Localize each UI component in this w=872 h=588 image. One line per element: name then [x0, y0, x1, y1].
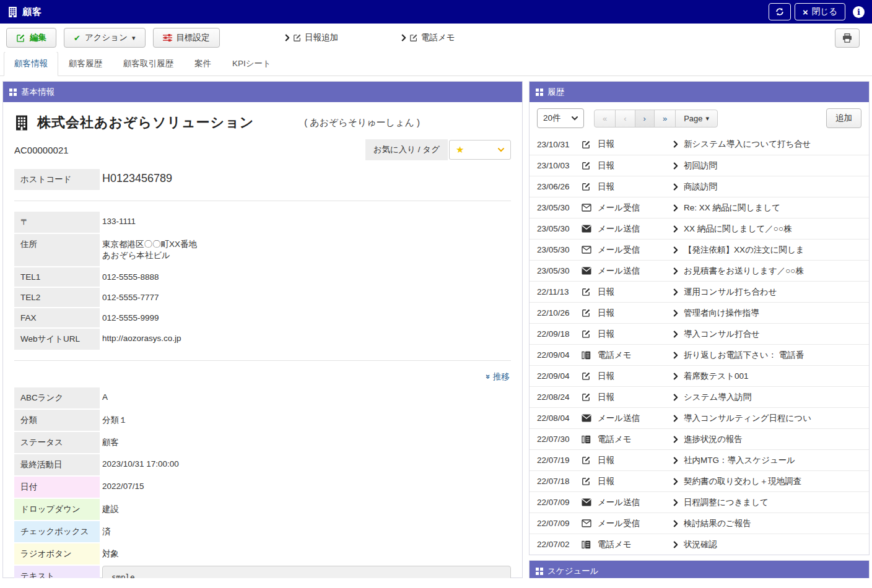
- history-item[interactable]: 23/05/30 メール受信 【発注依頼】XXの注文に関しま: [530, 239, 869, 260]
- field-value: 済: [100, 521, 511, 542]
- history-item[interactable]: 22/07/02 電話メモ 状況確認: [530, 534, 869, 555]
- add-history-button[interactable]: 追加: [826, 108, 861, 128]
- field-row: WebサイトURL http://aozorasys.co.jp: [14, 329, 511, 350]
- history-date: 22/10/26: [537, 308, 582, 318]
- field-row: TEL1 012-5555-8888: [14, 267, 511, 287]
- first-page-button[interactable]: «: [594, 110, 616, 128]
- basic-info-panel-header: 基本情報: [3, 82, 522, 102]
- refresh-button[interactable]: [769, 3, 791, 20]
- next-page-button[interactable]: ›: [635, 110, 655, 128]
- daily-report-link-label: 日報追加: [305, 32, 338, 43]
- info-icon[interactable]: i: [853, 6, 865, 18]
- app-navbar: 顧客 × 閉じる i: [0, 0, 872, 24]
- chevron-right-icon: [673, 141, 678, 148]
- history-title: 契約書の取り交わし＋現地調査: [684, 476, 861, 487]
- history-item[interactable]: 22/09/04 電話メモ 折り返しお電話下さい： 電話番: [530, 344, 869, 365]
- field-value: 2023/10/31 17:00:00: [100, 454, 511, 475]
- history-item[interactable]: 22/07/09 メール送信 日程調整につきまして: [530, 491, 869, 512]
- field-label: チェックボックス: [14, 521, 100, 542]
- favorite-select[interactable]: ★: [449, 140, 511, 160]
- history-type: 日報: [598, 329, 673, 340]
- field-row: チェックボックス 済: [14, 521, 511, 542]
- history-item[interactable]: 22/07/09 メール受信 検討結果のご報告: [530, 512, 869, 534]
- history-date: 22/09/04: [537, 371, 582, 381]
- separator: [14, 201, 511, 201]
- star-icon: ★: [456, 144, 464, 155]
- history-date: 23/05/30: [537, 224, 582, 233]
- action-button[interactable]: ✔ アクション ▾: [64, 28, 146, 48]
- close-button[interactable]: × 閉じる: [795, 3, 845, 20]
- tab[interactable]: 顧客情報: [4, 51, 58, 76]
- chevron-right-icon: [673, 204, 678, 212]
- history-panel: 履歴 20件 « ‹ › » Page ▾ 追加: [529, 81, 870, 555]
- history-item[interactable]: 23/10/03 日報 初回訪問: [530, 155, 869, 176]
- daily-report-link[interactable]: 日報追加: [285, 32, 338, 43]
- field-value: 012-5555-7777: [100, 288, 511, 307]
- history-type: 電話メモ: [598, 539, 673, 550]
- field-value: 2022/07/15: [100, 477, 511, 498]
- page-menu-button[interactable]: Page ▾: [675, 110, 718, 128]
- check-icon: ✔: [74, 33, 81, 43]
- history-title: 着席数テスト001: [684, 371, 861, 382]
- print-button[interactable]: [835, 28, 860, 48]
- tab[interactable]: 顧客取引履歴: [113, 51, 184, 76]
- field-value: 対象: [100, 543, 511, 564]
- history-title: Re: XX 納品に関しまして: [684, 202, 861, 214]
- prev-page-button[interactable]: ‹: [615, 110, 635, 128]
- phone-memo-link[interactable]: 電話メモ: [401, 32, 455, 43]
- page-size-select[interactable]: 20件: [537, 108, 584, 128]
- detail-fields: ABCランク A 分類 分類１ ステータス 顧客 最終活動日 2023/10/3…: [14, 387, 511, 578]
- history-title: お見積書をお送りします／○○株: [684, 266, 861, 277]
- mail-out-icon: [582, 225, 598, 233]
- close-icon: ×: [803, 7, 808, 17]
- caret-down-icon: ▾: [706, 115, 710, 123]
- field-label: ステータス: [14, 432, 100, 453]
- history-type: 日報: [598, 455, 673, 466]
- chevron-right-icon: [673, 436, 678, 443]
- history-type: メール受信: [598, 202, 673, 214]
- chevron-right-icon: [673, 373, 678, 380]
- history-date: 23/05/30: [537, 245, 582, 254]
- history-item[interactable]: 22/07/18 日報 契約書の取り交わし＋現地調査: [530, 470, 869, 491]
- mail-in-icon: [582, 246, 598, 254]
- edit-button-label: 編集: [30, 32, 46, 43]
- history-item[interactable]: 22/08/24 日報 システム導入訪問: [530, 386, 869, 407]
- goal-button[interactable]: 目標設定: [153, 28, 220, 48]
- tab[interactable]: 案件: [184, 51, 222, 76]
- history-item[interactable]: 22/11/13 日報 運用コンサル打ち合わせ: [530, 281, 869, 302]
- history-item[interactable]: 22/07/30 電話メモ 進捗状況の報告: [530, 428, 869, 449]
- history-item[interactable]: 22/09/04 日報 着席数テスト001: [530, 365, 869, 386]
- history-item[interactable]: 23/06/26 日報 商談訪問: [530, 176, 869, 197]
- history-item[interactable]: 23/05/30 メール受信 Re: XX 納品に関しまして: [530, 197, 869, 218]
- chevron-down-icon: [498, 148, 504, 152]
- history-title: 日程調整につきまして: [684, 497, 861, 508]
- history-date: 22/07/02: [537, 540, 582, 549]
- history-type: 日報: [598, 371, 673, 382]
- history-item[interactable]: 22/10/26 日報 管理者向け操作指導: [530, 302, 869, 323]
- field-row: ABCランク A: [14, 387, 511, 409]
- field-label: 日付: [14, 477, 100, 498]
- history-title: 【発注依頼】XXの注文に関しま: [684, 244, 861, 256]
- last-page-button[interactable]: »: [654, 110, 676, 128]
- field-label: FAX: [14, 308, 100, 327]
- history-title: 導入コンサルティング日程につい: [684, 413, 861, 424]
- history-item[interactable]: 23/05/30 メール送信 XX 納品に関しまして／○○株: [530, 218, 869, 239]
- history-list: 23/10/31 日報 新システム導入について打ち合せ 23/10/03 日報 …: [530, 134, 869, 555]
- history-title: 社内MTG：導入スケジュール: [684, 455, 861, 466]
- field-label: 〒: [14, 212, 100, 233]
- field-value[interactable]: smple: [102, 566, 511, 578]
- edit-button[interactable]: 編集: [6, 28, 56, 48]
- history-item[interactable]: 23/10/31 日報 新システム導入について打ち合せ: [530, 134, 869, 155]
- transition-link[interactable]: »推移: [15, 371, 510, 383]
- host-code-row: ホストコード H0123456789: [14, 169, 511, 190]
- edit-icon: [582, 287, 598, 296]
- history-item[interactable]: 23/05/30 メール送信 お見積書をお送りします／○○株: [530, 260, 869, 281]
- sliders-icon: [163, 33, 172, 42]
- history-item[interactable]: 22/09/18 日報 導入コンサル打合せ: [530, 323, 869, 344]
- history-item[interactable]: 22/08/04 メール送信 導入コンサルティング日程につい: [530, 407, 869, 428]
- history-date: 23/10/31: [537, 140, 582, 149]
- chevron-right-icon: [673, 288, 678, 296]
- tab[interactable]: KPIシート: [222, 51, 282, 76]
- tab[interactable]: 顧客履歴: [58, 51, 113, 76]
- history-item[interactable]: 22/07/19 日報 社内MTG：導入スケジュール: [530, 449, 869, 470]
